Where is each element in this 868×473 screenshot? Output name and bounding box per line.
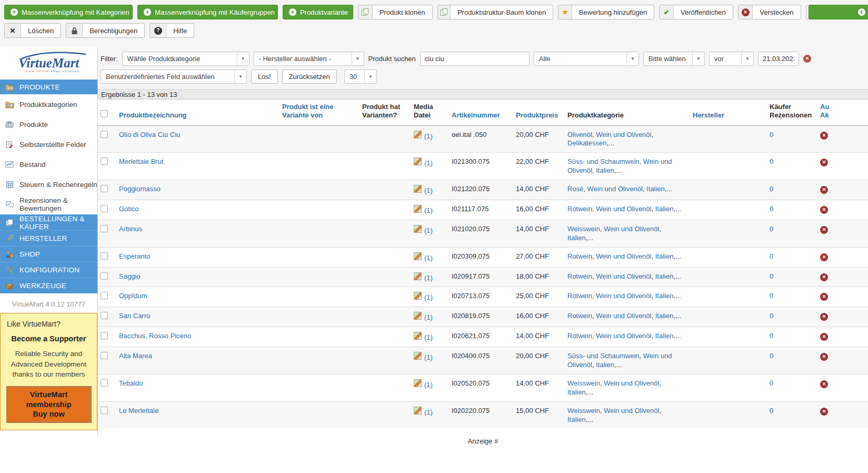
category-link[interactable]: Weisswein: [567, 407, 600, 415]
category-link[interactable]: Wein und Olivenöl: [596, 205, 651, 213]
category-link[interactable]: Rotwein: [567, 292, 592, 300]
add-rating-button[interactable]: ★Bewertung hinzufügen: [558, 5, 654, 19]
category-link[interactable]: Wein und: [643, 352, 672, 360]
media-count-link[interactable]: (1): [424, 186, 433, 194]
category-link[interactable]: Italien: [567, 416, 586, 423]
new-product-button[interactable]: +N: [809, 5, 868, 19]
unpublished-status-icon[interactable]: ✕: [820, 408, 828, 416]
category-link[interactable]: Italien: [655, 312, 674, 320]
header-product-name[interactable]: Produktbezeichnung: [119, 100, 282, 125]
product-name-link[interactable]: Arbinus: [119, 225, 142, 233]
unpublished-status-icon[interactable]: ✕: [820, 333, 828, 341]
media-count-link[interactable]: (1): [424, 206, 433, 214]
category-link[interactable]: Süss- und Schaumwein: [567, 352, 640, 360]
media-count-link[interactable]: (1): [424, 254, 433, 262]
product-name-link[interactable]: Poggiomasso: [119, 185, 161, 193]
media-count-link[interactable]: (1): [424, 226, 433, 234]
sidebar-item-steuern-rechenregeln[interactable]: Steuern & Rechenregeln: [0, 174, 97, 194]
date-input[interactable]: [758, 52, 799, 66]
reviews-count-link[interactable]: 0: [770, 332, 773, 340]
product-name-link[interactable]: Oppîdum: [119, 292, 147, 300]
row-checkbox[interactable]: [101, 205, 108, 212]
help-button[interactable]: ?Hilfe: [149, 23, 194, 38]
category-link[interactable]: Rotwein: [567, 272, 592, 280]
media-count-link[interactable]: (1): [424, 313, 433, 321]
manufacturer-filter-select[interactable]: - Hersteller auswählen - ▼: [254, 52, 364, 66]
row-checkbox[interactable]: [101, 292, 108, 299]
media-count-link[interactable]: (1): [424, 293, 433, 301]
media-count-link[interactable]: (1): [424, 408, 433, 416]
category-link[interactable]: Weisswein: [567, 379, 600, 387]
category-link[interactable]: Olivenöl: [567, 131, 592, 139]
per-page-select[interactable]: 30 ▼: [344, 70, 377, 84]
clear-date-icon[interactable]: ✕: [803, 55, 811, 63]
media-count-link[interactable]: (1): [424, 274, 433, 282]
reviews-count-link[interactable]: 0: [770, 292, 773, 300]
reviews-count-link[interactable]: 0: [770, 272, 773, 280]
bulk-link-categories-button[interactable]: +Massenverknüpfung mit Kategorien: [4, 5, 133, 19]
unpublished-status-icon[interactable]: ✕: [820, 273, 828, 281]
reviews-count-link[interactable]: 0: [770, 157, 773, 165]
permissions-button[interactable]: Berechtigungen: [66, 23, 145, 38]
product-name-link[interactable]: Tebaldo: [119, 379, 143, 387]
product-name-link[interactable]: Saggio: [119, 272, 140, 280]
media-count-link[interactable]: (1): [424, 381, 433, 389]
reviews-count-link[interactable]: 0: [770, 379, 773, 387]
category-link[interactable]: Wein und Olivenöl: [604, 379, 659, 387]
category-link[interactable]: Italien: [596, 166, 614, 174]
publish-button[interactable]: ✔Veröffentlichen: [659, 5, 733, 19]
product-search-input[interactable]: [420, 52, 530, 66]
category-link[interactable]: Italien: [567, 234, 586, 242]
category-link[interactable]: Olivenöl: [567, 166, 592, 174]
sidebar-item-hersteller[interactable]: HERSTELLER: [0, 230, 97, 246]
product-name-link[interactable]: Bacchus, Rosso Piceno: [119, 332, 191, 340]
reviews-count-link[interactable]: 0: [770, 407, 773, 415]
category-link[interactable]: Rotwein: [567, 312, 592, 320]
membership-buy-button[interactable]: VirtueMart membership Buy now: [7, 387, 91, 423]
category-link[interactable]: Rotwein: [567, 205, 592, 213]
category-link[interactable]: Rotwein: [567, 332, 592, 340]
category-link[interactable]: Italien: [655, 272, 674, 280]
header-sku[interactable]: Artikelnummer: [452, 100, 516, 125]
sidebar-item-bestand[interactable]: Bestand: [0, 154, 97, 174]
select-all-checkbox[interactable]: [101, 110, 108, 117]
header-published[interactable]: Au Ak: [820, 100, 868, 125]
media-count-link[interactable]: (1): [424, 132, 433, 140]
delete-button[interactable]: ✕Löschen: [4, 23, 61, 38]
bulk-link-shoppergroups-button[interactable]: +Massenverknüpfung mit Käufergruppen: [137, 5, 278, 19]
row-checkbox[interactable]: [101, 272, 108, 280]
sidebar-item-rezensionen-bewertungen[interactable]: Rezensionen & Bewertungen: [0, 194, 97, 214]
clone-product-tree-button[interactable]: Produktstruktur-Baum klonen: [437, 5, 554, 19]
media-count-link[interactable]: (1): [424, 159, 433, 167]
date-mode-select[interactable]: vor ▼: [709, 52, 754, 66]
unpublished-status-icon[interactable]: ✕: [820, 353, 828, 361]
row-checkbox[interactable]: [101, 312, 108, 319]
unpublished-status-icon[interactable]: ✕: [820, 159, 828, 166]
category-link[interactable]: Italien: [655, 205, 674, 213]
product-name-link[interactable]: Alta Marea: [119, 352, 152, 360]
product-name-link[interactable]: Esperanto: [119, 252, 150, 260]
sidebar-item-werkzeuge[interactable]: WERKZEUGE: [0, 278, 97, 293]
category-link[interactable]: Italien: [655, 292, 674, 300]
row-checkbox[interactable]: [101, 407, 108, 414]
category-link[interactable]: Wein und: [643, 157, 672, 165]
row-checkbox[interactable]: [101, 185, 108, 192]
sidebar-item-selbsterstellte-felder[interactable]: Selbsterstellte Felder: [0, 134, 97, 154]
category-link[interactable]: Wein und Olivenöl: [596, 131, 651, 139]
reviews-count-link[interactable]: 0: [770, 225, 773, 233]
category-link[interactable]: Italien: [567, 388, 586, 396]
status-filter-select[interactable]: Alle ▼: [534, 52, 639, 66]
media-count-link[interactable]: (1): [424, 353, 433, 361]
go-button[interactable]: Los!: [251, 70, 278, 84]
category-link[interactable]: Wein und Olivenöl: [596, 312, 651, 320]
row-checkbox[interactable]: [101, 332, 108, 339]
unpublished-status-icon[interactable]: ✕: [820, 226, 828, 234]
row-checkbox[interactable]: [101, 352, 108, 359]
row-checkbox[interactable]: [101, 157, 108, 165]
header-manufacturer[interactable]: Hersteller: [693, 100, 770, 125]
product-name-link[interactable]: Olio di Oliva Ciu Ciu: [119, 131, 180, 139]
reviews-count-link[interactable]: 0: [770, 205, 773, 213]
reviews-count-link[interactable]: 0: [770, 352, 773, 360]
sidebar-item-bestellungen-käufer[interactable]: BESTELLUNGEN & KÄUFER: [0, 214, 97, 230]
category-link[interactable]: Wein und Olivenöl: [604, 407, 659, 415]
